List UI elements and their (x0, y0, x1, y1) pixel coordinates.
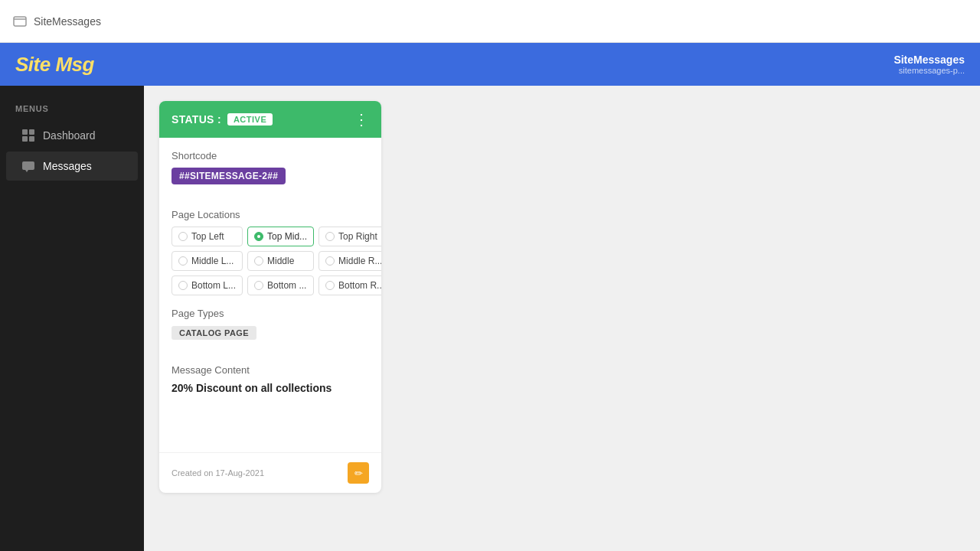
location-bottom-mid-label: Bottom ... (267, 280, 306, 291)
location-top-left-label: Top Left (191, 231, 224, 242)
sidebar-item-messages[interactable]: Messages (6, 152, 138, 181)
header: Site Msg SiteMessages sitemessages-p... (0, 43, 980, 86)
location-bottom-left-label: Bottom L... (191, 280, 236, 291)
radio-bottom-mid (254, 281, 263, 290)
page-locations-section: Page Locations Top Left Top Mid... (172, 209, 369, 295)
main-layout: MENUS Dashboard Messages STATUS (0, 86, 980, 551)
header-app-title: SiteMessages (893, 54, 965, 66)
created-text: Created on 17-Aug-2021 (172, 468, 264, 478)
brand-logo: Site Msg (15, 53, 94, 77)
card-footer: Created on 17-Aug-2021 ✏ (159, 452, 381, 493)
location-middle[interactable]: Middle (247, 251, 314, 271)
svg-rect-3 (22, 136, 28, 142)
location-middle-label: Middle (267, 256, 294, 266)
message-content-label: Message Content (172, 364, 369, 376)
location-bottom-right[interactable]: Bottom R... (318, 276, 381, 295)
shortcode-label: Shortcode (172, 150, 369, 161)
dashboard-icon (21, 129, 35, 142)
card-menu-icon[interactable]: ⋮ (354, 112, 369, 127)
page-locations-label: Page Locations (172, 209, 369, 220)
sidebar-section-label: MENUS (0, 98, 144, 119)
edit-button[interactable]: ✏ (348, 462, 369, 484)
card-body: Shortcode ##SITEMESSAGE-2## Page Locatio… (159, 138, 381, 452)
locations-grid: Top Left Top Mid... Top Right (172, 227, 369, 295)
top-bar-title: SiteMessages (34, 15, 101, 28)
svg-rect-4 (29, 136, 34, 142)
radio-top-mid (254, 232, 263, 241)
location-top-right-label: Top Right (338, 231, 377, 242)
radio-middle (254, 256, 263, 266)
location-middle-right[interactable]: Middle R... (318, 251, 381, 271)
svg-rect-2 (29, 129, 34, 135)
location-bottom-right-label: Bottom R... (338, 280, 381, 291)
app-logo-icon (12, 14, 28, 29)
brand-text: Site Msg (15, 53, 94, 76)
radio-middle-left (178, 256, 188, 266)
sidebar-item-dashboard[interactable]: Dashboard (6, 121, 138, 150)
location-middle-left-label: Middle L... (191, 256, 234, 266)
status-row: STATUS : ACTIVE (172, 113, 273, 126)
page-types-section: Page Types CATALOG PAGE (172, 308, 369, 352)
message-card: STATUS : ACTIVE ⋮ Shortcode ##SITEMESSAG… (159, 101, 381, 493)
header-right: SiteMessages sitemessages-p... (893, 54, 965, 75)
sidebar: MENUS Dashboard Messages (0, 86, 144, 551)
card-header: STATUS : ACTIVE ⋮ (159, 101, 381, 138)
svg-rect-0 (14, 17, 26, 26)
main-content: STATUS : ACTIVE ⋮ Shortcode ##SITEMESSAG… (144, 86, 980, 551)
location-top-mid-label: Top Mid... (267, 231, 307, 242)
location-top-right[interactable]: Top Right (318, 227, 381, 246)
shortcode-section: Shortcode ##SITEMESSAGE-2## (172, 150, 369, 197)
messages-icon (21, 159, 35, 173)
page-types-label: Page Types (172, 308, 369, 319)
message-content-text: 20% Discount on all collections (172, 382, 369, 394)
location-middle-right-label: Middle R... (338, 256, 381, 266)
status-label: STATUS : (172, 113, 221, 126)
location-top-mid[interactable]: Top Mid... (247, 227, 314, 246)
status-badge: ACTIVE (227, 113, 273, 126)
svg-rect-5 (22, 161, 34, 170)
radio-bottom-left (178, 281, 188, 290)
radio-middle-right (325, 256, 335, 266)
top-bar: SiteMessages (0, 0, 980, 43)
radio-top-right (325, 232, 335, 241)
radio-bottom-right (325, 281, 335, 290)
location-bottom-left[interactable]: Bottom L... (172, 276, 243, 295)
location-bottom-mid[interactable]: Bottom ... (247, 276, 314, 295)
location-middle-left[interactable]: Middle L... (172, 251, 243, 271)
svg-rect-1 (22, 129, 28, 135)
page-type-value: CATALOG PAGE (172, 326, 256, 340)
edit-icon: ✏ (354, 468, 363, 479)
sidebar-item-messages-label: Messages (43, 160, 92, 172)
header-app-subtitle: sitemessages-p... (893, 66, 965, 75)
message-content-section: Message Content 20% Discount on all coll… (172, 364, 369, 394)
location-top-left[interactable]: Top Left (172, 227, 243, 246)
radio-top-left (178, 232, 188, 241)
sidebar-item-dashboard-label: Dashboard (43, 129, 96, 142)
shortcode-value: ##SITEMESSAGE-2## (172, 168, 286, 184)
